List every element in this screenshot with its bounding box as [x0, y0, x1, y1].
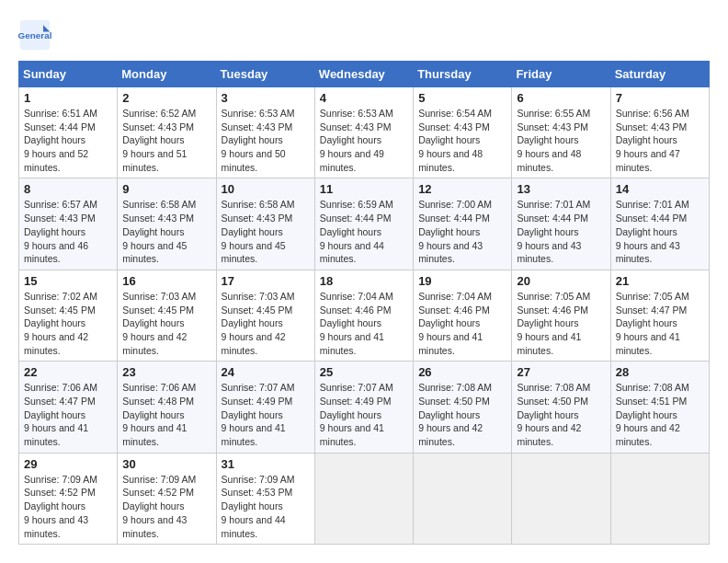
day-number: 14: [616, 182, 704, 196]
day-number: 8: [24, 182, 112, 196]
day-number: 19: [418, 274, 506, 288]
day-number: 15: [24, 274, 112, 288]
weekday-header-monday: Monday: [118, 62, 216, 87]
calendar-cell: 5 Sunrise: 6:54 AM Sunset: 4:43 PM Dayli…: [414, 87, 512, 178]
day-info: Sunrise: 7:05 AM Sunset: 4:47 PM Dayligh…: [616, 290, 704, 357]
day-number: 22: [24, 365, 112, 379]
calendar-cell: 1 Sunrise: 6:51 AM Sunset: 4:44 PM Dayli…: [19, 87, 118, 178]
day-info: Sunrise: 6:52 AM Sunset: 4:43 PM Dayligh…: [122, 107, 210, 174]
day-info: Sunrise: 7:02 AM Sunset: 4:45 PM Dayligh…: [24, 290, 112, 357]
calendar-cell: 11 Sunrise: 6:59 AM Sunset: 4:44 PM Dayl…: [314, 178, 413, 270]
day-info: Sunrise: 6:58 AM Sunset: 4:43 PM Dayligh…: [222, 198, 310, 265]
logo-icon: General: [18, 18, 51, 52]
calendar-cell: 23 Sunrise: 7:06 AM Sunset: 4:48 PM Dayl…: [118, 362, 216, 453]
day-number: 17: [222, 274, 310, 288]
calendar-cell: 4 Sunrise: 6:53 AM Sunset: 4:43 PM Dayli…: [314, 87, 413, 178]
calendar-cell: 18 Sunrise: 7:04 AM Sunset: 4:46 PM Dayl…: [314, 270, 413, 361]
day-number: 16: [122, 274, 210, 288]
day-info: Sunrise: 6:53 AM Sunset: 4:43 PM Dayligh…: [320, 107, 408, 174]
weekday-header-friday: Friday: [512, 62, 610, 87]
day-number: 27: [517, 365, 605, 379]
weekday-header-tuesday: Tuesday: [216, 62, 314, 87]
calendar-cell: 6 Sunrise: 6:55 AM Sunset: 4:43 PM Dayli…: [512, 87, 610, 178]
calendar-cell: 8 Sunrise: 6:57 AM Sunset: 4:43 PM Dayli…: [19, 178, 118, 270]
calendar-cell: 3 Sunrise: 6:53 AM Sunset: 4:43 PM Dayli…: [216, 87, 314, 178]
calendar-cell: 28 Sunrise: 7:08 AM Sunset: 4:51 PM Dayl…: [610, 362, 709, 453]
day-info: Sunrise: 7:03 AM Sunset: 4:45 PM Dayligh…: [122, 290, 210, 357]
day-number: 7: [616, 91, 704, 105]
calendar-header-row: SundayMondayTuesdayWednesdayThursdayFrid…: [19, 62, 710, 87]
day-number: 21: [616, 274, 704, 288]
day-info: Sunrise: 7:08 AM Sunset: 4:51 PM Dayligh…: [616, 381, 704, 448]
day-info: Sunrise: 6:57 AM Sunset: 4:43 PM Dayligh…: [24, 198, 112, 265]
calendar-cell: 22 Sunrise: 7:06 AM Sunset: 4:47 PM Dayl…: [19, 362, 118, 453]
day-number: 4: [320, 91, 408, 105]
page-header: General: [18, 18, 710, 52]
calendar-cell: 16 Sunrise: 7:03 AM Sunset: 4:45 PM Dayl…: [118, 270, 216, 361]
calendar-cell: [314, 453, 413, 544]
day-info: Sunrise: 6:59 AM Sunset: 4:44 PM Dayligh…: [320, 198, 408, 265]
calendar-cell: [512, 453, 610, 544]
weekday-header-saturday: Saturday: [610, 62, 709, 87]
day-number: 3: [222, 91, 310, 105]
day-info: Sunrise: 6:55 AM Sunset: 4:43 PM Dayligh…: [517, 107, 605, 174]
weekday-header-sunday: Sunday: [19, 62, 118, 87]
day-number: 23: [122, 365, 210, 379]
calendar-cell: 29 Sunrise: 7:09 AM Sunset: 4:52 PM Dayl…: [19, 453, 118, 544]
day-info: Sunrise: 7:04 AM Sunset: 4:46 PM Dayligh…: [418, 290, 506, 357]
day-number: 13: [517, 182, 605, 196]
day-number: 31: [222, 457, 310, 471]
calendar-cell: 30 Sunrise: 7:09 AM Sunset: 4:52 PM Dayl…: [118, 453, 216, 544]
day-number: 30: [122, 457, 210, 471]
calendar-cell: 20 Sunrise: 7:05 AM Sunset: 4:46 PM Dayl…: [512, 270, 610, 361]
calendar-cell: 14 Sunrise: 7:01 AM Sunset: 4:44 PM Dayl…: [610, 178, 709, 270]
day-info: Sunrise: 7:01 AM Sunset: 4:44 PM Dayligh…: [517, 198, 605, 265]
day-info: Sunrise: 7:07 AM Sunset: 4:49 PM Dayligh…: [320, 381, 408, 448]
calendar-cell: [610, 453, 709, 544]
day-info: Sunrise: 7:04 AM Sunset: 4:46 PM Dayligh…: [320, 290, 408, 357]
day-number: 11: [320, 182, 408, 196]
day-info: Sunrise: 6:56 AM Sunset: 4:43 PM Dayligh…: [616, 107, 704, 174]
day-number: 5: [418, 91, 506, 105]
day-info: Sunrise: 7:09 AM Sunset: 4:53 PM Dayligh…: [222, 473, 310, 540]
day-number: 26: [418, 365, 506, 379]
day-number: 10: [222, 182, 310, 196]
calendar-cell: 15 Sunrise: 7:02 AM Sunset: 4:45 PM Dayl…: [19, 270, 118, 361]
day-info: Sunrise: 7:07 AM Sunset: 4:49 PM Dayligh…: [222, 381, 310, 448]
day-info: Sunrise: 7:08 AM Sunset: 4:50 PM Dayligh…: [418, 381, 506, 448]
logo: General: [18, 18, 55, 52]
day-number: 12: [418, 182, 506, 196]
day-info: Sunrise: 6:54 AM Sunset: 4:43 PM Dayligh…: [418, 107, 506, 174]
day-info: Sunrise: 7:09 AM Sunset: 4:52 PM Dayligh…: [24, 473, 112, 540]
calendar-cell: 26 Sunrise: 7:08 AM Sunset: 4:50 PM Dayl…: [414, 362, 512, 453]
day-info: Sunrise: 7:06 AM Sunset: 4:47 PM Dayligh…: [24, 381, 112, 448]
calendar-cell: 10 Sunrise: 6:58 AM Sunset: 4:43 PM Dayl…: [216, 178, 314, 270]
calendar-cell: 7 Sunrise: 6:56 AM Sunset: 4:43 PM Dayli…: [610, 87, 709, 178]
day-number: 29: [24, 457, 112, 471]
day-info: Sunrise: 7:06 AM Sunset: 4:48 PM Dayligh…: [122, 381, 210, 448]
calendar-cell: 21 Sunrise: 7:05 AM Sunset: 4:47 PM Dayl…: [610, 270, 709, 361]
calendar-cell: [414, 453, 512, 544]
day-info: Sunrise: 7:01 AM Sunset: 4:44 PM Dayligh…: [616, 198, 704, 265]
day-number: 28: [616, 365, 704, 379]
weekday-header-thursday: Thursday: [414, 62, 512, 87]
calendar-cell: 24 Sunrise: 7:07 AM Sunset: 4:49 PM Dayl…: [216, 362, 314, 453]
day-info: Sunrise: 6:53 AM Sunset: 4:43 PM Dayligh…: [222, 107, 310, 174]
day-number: 20: [517, 274, 605, 288]
day-number: 9: [122, 182, 210, 196]
calendar-cell: 17 Sunrise: 7:03 AM Sunset: 4:45 PM Dayl…: [216, 270, 314, 361]
calendar-table: SundayMondayTuesdayWednesdayThursdayFrid…: [18, 61, 710, 545]
day-info: Sunrise: 6:51 AM Sunset: 4:44 PM Dayligh…: [24, 107, 112, 174]
day-info: Sunrise: 7:03 AM Sunset: 4:45 PM Dayligh…: [222, 290, 310, 357]
day-info: Sunrise: 7:08 AM Sunset: 4:50 PM Dayligh…: [517, 381, 605, 448]
day-number: 6: [517, 91, 605, 105]
calendar-cell: 12 Sunrise: 7:00 AM Sunset: 4:44 PM Dayl…: [414, 178, 512, 270]
calendar-cell: 31 Sunrise: 7:09 AM Sunset: 4:53 PM Dayl…: [216, 453, 314, 544]
calendar-cell: 19 Sunrise: 7:04 AM Sunset: 4:46 PM Dayl…: [414, 270, 512, 361]
calendar-cell: 13 Sunrise: 7:01 AM Sunset: 4:44 PM Dayl…: [512, 178, 610, 270]
calendar-cell: 27 Sunrise: 7:08 AM Sunset: 4:50 PM Dayl…: [512, 362, 610, 453]
day-info: Sunrise: 7:05 AM Sunset: 4:46 PM Dayligh…: [517, 290, 605, 357]
calendar-cell: 25 Sunrise: 7:07 AM Sunset: 4:49 PM Dayl…: [314, 362, 413, 453]
day-info: Sunrise: 7:09 AM Sunset: 4:52 PM Dayligh…: [122, 473, 210, 540]
day-number: 25: [320, 365, 408, 379]
